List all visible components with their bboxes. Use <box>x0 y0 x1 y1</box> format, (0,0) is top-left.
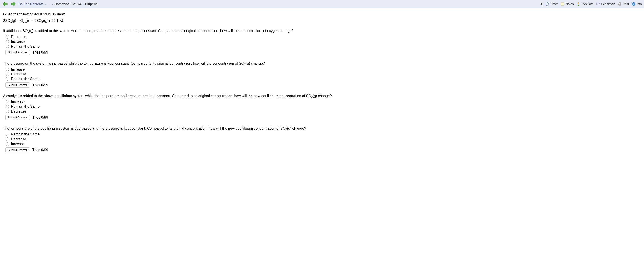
topbar: Course Contents » ... » Homework Set #4 … <box>0 0 644 8</box>
submit-row: Submit AnswerTries 0/99 <box>5 82 641 88</box>
submit-answer-button[interactable]: Submit Answer <box>5 115 30 120</box>
notes-label: Notes <box>566 2 574 6</box>
option-label: Remain the Same <box>11 44 40 49</box>
option-radio[interactable] <box>6 100 9 103</box>
option-label: Increase <box>11 141 24 146</box>
svg-rect-6 <box>619 3 620 4</box>
option-label: Remain the Same <box>11 104 40 109</box>
option-radio[interactable] <box>6 45 9 48</box>
question-block: A catalyst is added to the above equilib… <box>3 93 641 120</box>
option-radio[interactable] <box>6 73 9 76</box>
svg-rect-2 <box>561 3 564 5</box>
evaluate-label: Evaluate <box>582 2 594 6</box>
option-row[interactable]: Remain the Same <box>6 104 641 109</box>
feedback-icon <box>596 2 600 6</box>
feedback-tool[interactable]: Feedback <box>596 2 615 6</box>
option-row[interactable]: Decrease <box>6 137 641 142</box>
question-text: A catalyst is added to the above equilib… <box>3 93 641 99</box>
chem-subscript: 2 <box>286 128 287 131</box>
svg-text:i: i <box>633 3 634 5</box>
eq-sub: 3 <box>42 20 43 23</box>
option-radio[interactable] <box>6 35 9 39</box>
option-row[interactable]: Increase <box>6 67 641 72</box>
question-text-fragment: (g) change? <box>312 94 332 98</box>
intro-text: Given the following equilibrium system: <box>3 12 641 17</box>
notes-tool[interactable]: Notes <box>560 2 574 6</box>
arrow-left-icon <box>2 2 8 7</box>
eq-text: (g) + 99.1 kJ <box>43 19 63 23</box>
notes-icon <box>560 2 564 6</box>
question-block: If additional SO2(g) is added to the sys… <box>3 28 641 55</box>
question-text-fragment: The pressure on the system is increased … <box>3 62 244 65</box>
eq-text: (g) ↔ 2SO <box>24 19 42 23</box>
equation: 2SO2(g) + O2(g) ↔ 2SO3(g) + 99.1 kJ <box>3 18 641 23</box>
breadcrumb-sep: » <box>52 3 53 5</box>
option-label: Remain the Same <box>11 77 40 82</box>
options-group: DecreaseIncreaseRemain the Same <box>6 35 641 49</box>
option-row[interactable]: Decrease <box>6 109 641 114</box>
chem-subscript: 2 <box>311 95 313 99</box>
questions-container: If additional SO2(g) is added to the sys… <box>3 28 641 152</box>
info-tool[interactable]: i Info <box>632 2 642 6</box>
breadcrumb-homework: Homework Set #4 <box>54 2 81 6</box>
option-label: Increase <box>11 39 24 44</box>
option-row[interactable]: Decrease <box>6 72 641 77</box>
nav-back-button[interactable] <box>2 1 8 7</box>
topbar-right: Timer Notes Evaluate Feedback Print <box>540 2 642 6</box>
question-text-fragment: (g) change? <box>287 126 306 130</box>
collapse-tools-button[interactable] <box>540 3 542 6</box>
option-radio[interactable] <box>6 68 9 71</box>
arrow-right-icon <box>10 2 16 7</box>
eq-sub: 2 <box>23 20 24 23</box>
option-row[interactable]: Increase <box>6 99 641 104</box>
breadcrumb-current: t10p18a <box>85 2 98 6</box>
eq-sub: 2 <box>10 20 12 23</box>
timer-icon <box>545 2 549 6</box>
chem-subscript: 2 <box>28 30 29 33</box>
question-text-fragment: (g) change? <box>246 62 265 65</box>
breadcrumb: Course Contents » ... » Homework Set #4 … <box>18 2 98 6</box>
submit-row: Submit AnswerTries 0/99 <box>5 115 641 120</box>
options-group: Remain the SameDecreaseIncrease <box>6 132 641 146</box>
option-row[interactable]: Decrease <box>6 35 641 39</box>
print-tool[interactable]: Print <box>618 2 629 6</box>
breadcrumb-ellipsis: ... <box>48 2 50 6</box>
option-label: Decrease <box>11 35 26 39</box>
evaluate-icon <box>576 2 580 6</box>
option-label: Remain the Same <box>11 132 40 137</box>
option-radio[interactable] <box>6 77 9 81</box>
breadcrumb-sep: » <box>45 3 46 5</box>
option-radio[interactable] <box>6 137 9 141</box>
evaluate-tool[interactable]: Evaluate <box>576 2 594 6</box>
tries-label: Tries 0/99 <box>32 82 48 88</box>
question-text-fragment: The temperature of the equilibrium syste… <box>3 126 286 130</box>
submit-answer-button[interactable]: Submit Answer <box>5 82 30 88</box>
submit-answer-button[interactable]: Submit Answer <box>5 147 30 152</box>
question-text: The temperature of the equilibrium syste… <box>3 126 641 131</box>
option-label: Decrease <box>11 137 26 142</box>
timer-tool[interactable]: Timer <box>545 2 558 6</box>
option-row[interactable]: Remain the Same <box>6 44 641 49</box>
question-text-fragment: (g) is added to the system while the tem… <box>29 29 294 33</box>
breadcrumb-course-contents[interactable]: Course Contents <box>18 2 44 6</box>
option-radio[interactable] <box>6 133 9 136</box>
submit-answer-button[interactable]: Submit Answer <box>5 50 30 55</box>
option-radio[interactable] <box>6 105 9 108</box>
option-row[interactable]: Remain the Same <box>6 77 641 82</box>
svg-rect-1 <box>547 2 548 3</box>
eq-text: 2SO <box>3 19 10 23</box>
content: Given the following equilibrium system: … <box>0 8 644 162</box>
option-row[interactable]: Increase <box>6 141 641 146</box>
option-row[interactable]: Increase <box>6 39 641 44</box>
question-text-fragment: If additional SO <box>3 29 28 33</box>
option-label: Increase <box>11 67 24 72</box>
question-text: If additional SO2(g) is added to the sys… <box>3 28 641 33</box>
svg-rect-7 <box>619 5 620 5</box>
option-radio[interactable] <box>6 40 9 43</box>
option-radio[interactable] <box>6 110 9 113</box>
option-radio[interactable] <box>6 142 9 146</box>
option-label: Decrease <box>11 109 26 114</box>
option-row[interactable]: Remain the Same <box>6 132 641 137</box>
nav-forward-button[interactable] <box>10 1 16 7</box>
question-block: The pressure on the system is increased … <box>3 61 641 88</box>
